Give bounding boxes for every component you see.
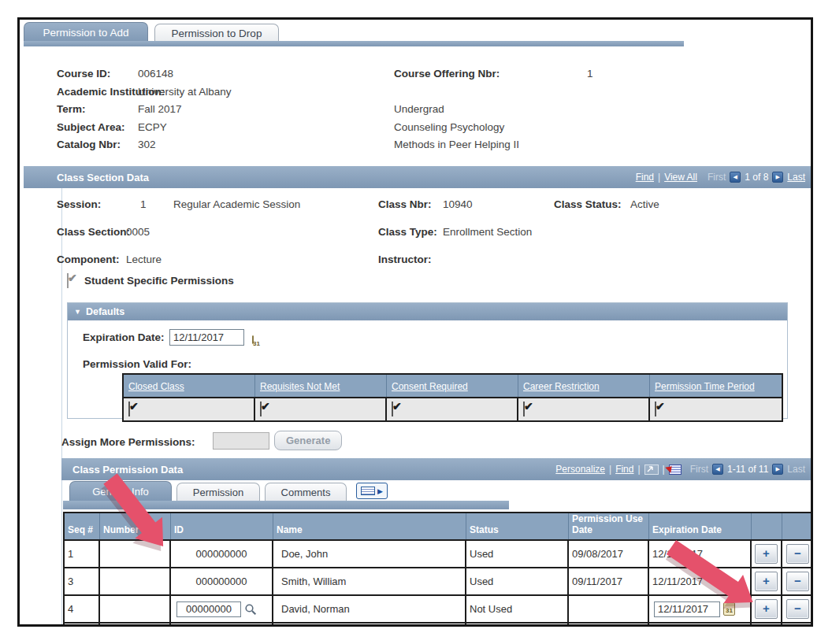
page-position: 1 of 8 xyxy=(745,172,768,183)
col-number: Number xyxy=(100,513,171,539)
calendar-icon[interactable] xyxy=(252,335,254,344)
defaults-title: Defaults xyxy=(86,306,124,317)
show-all-columns-icon[interactable]: ▶ xyxy=(356,483,388,499)
term-label: Term: xyxy=(57,103,86,115)
permission-valid-for-table: Closed Class Requisites Not Met Consent … xyxy=(122,373,783,422)
download-grid-icon[interactable] xyxy=(669,464,682,475)
status-cell: Used xyxy=(466,539,569,567)
first-link-disabled: First xyxy=(708,172,726,183)
col-seq: Seq # xyxy=(65,513,100,539)
assign-more-permissions-label: Assign More Permissions: xyxy=(61,436,195,448)
prev-icon[interactable] xyxy=(730,172,741,183)
find-link[interactable]: Find xyxy=(636,172,654,183)
tab-label: Permission to Drop xyxy=(172,28,262,39)
delete-row-button[interactable]: − xyxy=(786,572,809,591)
instructor-label: Instructor: xyxy=(378,254,432,265)
id-cell: 000000000 xyxy=(171,539,273,567)
rows-position: 1-11 of 11 xyxy=(727,464,768,475)
use-date-cell: 09/08/2017 xyxy=(569,539,649,567)
permission-time-period-checkbox[interactable] xyxy=(655,402,656,416)
subtab-comments[interactable]: Comments xyxy=(265,483,347,501)
id-input[interactable] xyxy=(176,601,241,617)
status-cell: Not Used xyxy=(466,594,569,622)
next-icon[interactable] xyxy=(772,464,783,475)
defaults-header-bar[interactable]: ▼ Defaults xyxy=(68,303,787,320)
subject-area-value: ECPY xyxy=(138,121,167,133)
class-status-label: Class Status: xyxy=(554,198,622,210)
subtab-general-info[interactable]: General Info xyxy=(69,481,172,501)
subtab-label: Comments xyxy=(281,487,331,498)
academic-institution-value: University at Albany xyxy=(138,86,232,98)
zoom-window-icon[interactable] xyxy=(644,464,659,475)
student-specific-permissions-checkbox xyxy=(67,273,69,288)
last-link[interactable]: Last xyxy=(787,172,805,183)
assign-count-input xyxy=(213,432,269,450)
class-type-label: Class Type: xyxy=(378,226,437,238)
add-row-button[interactable]: + xyxy=(755,572,778,591)
class-status-value: Active xyxy=(630,198,659,210)
status-cell: Used xyxy=(466,567,569,594)
add-row-button[interactable]: + xyxy=(755,544,778,564)
valid-for-checkbox-row xyxy=(124,398,782,420)
view-all-link[interactable]: View All xyxy=(664,172,697,183)
subtab-permission[interactable]: Permission xyxy=(176,483,260,501)
name-cell: Smith, William xyxy=(273,567,466,594)
next-icon[interactable] xyxy=(772,172,783,183)
closed-class-checkbox[interactable] xyxy=(128,402,130,416)
personalize-link[interactable]: Personalize xyxy=(555,464,605,475)
add-row-button[interactable]: + xyxy=(755,599,778,619)
delete-row-button[interactable]: − xyxy=(786,544,809,564)
component-value: Lecture xyxy=(126,254,162,265)
id-cell: 000000000 xyxy=(171,567,273,594)
exp-date-cell: 12/11/2017 xyxy=(649,567,752,594)
seq-cell: 3 xyxy=(65,567,100,594)
delete-row-button[interactable]: − xyxy=(786,599,809,619)
session-value: 1 xyxy=(140,198,147,210)
permission-valid-for-label: Permission Valid For: xyxy=(83,358,191,370)
subtab-underline-bar xyxy=(63,501,509,509)
col-name: Name xyxy=(273,513,466,539)
table-row: 3 000000000 Smith, William Used 09/11/20… xyxy=(65,567,813,594)
requisites-not-met-link[interactable]: Requisites Not Met xyxy=(260,381,340,392)
session-desc: Regular Academic Session xyxy=(173,198,300,210)
career-restriction-link[interactable]: Career Restriction xyxy=(523,381,600,392)
calendar-icon[interactable] xyxy=(723,602,735,616)
first-link-disabled: First xyxy=(690,464,708,475)
class-nbr-value: 10940 xyxy=(443,198,473,210)
valid-for-header-row: Closed Class Requisites Not Met Consent … xyxy=(124,375,782,398)
col-use-date: Permission Use Date xyxy=(569,513,649,539)
col-id: ID xyxy=(171,513,273,539)
subtab-label: General Info xyxy=(92,486,149,498)
consent-required-checkbox[interactable] xyxy=(392,402,393,416)
lookup-magnifier-icon[interactable] xyxy=(244,603,257,616)
class-section-data-bar: Class Section Data Find | View All First… xyxy=(24,166,812,188)
permission-time-period-link[interactable]: Permission Time Period xyxy=(655,381,755,392)
prev-icon[interactable] xyxy=(712,464,723,475)
tab-permission-to-add[interactable]: Permission to Add xyxy=(24,22,148,42)
catalog-nbr-label: Catalog Nbr: xyxy=(57,139,121,150)
subtab-label: Permission xyxy=(193,487,243,498)
closed-class-link[interactable]: Closed Class xyxy=(128,381,184,392)
class-permission-data-title: Class Permission Data xyxy=(61,464,183,476)
consent-required-link[interactable]: Consent Required xyxy=(392,381,468,392)
career-restriction-checkbox[interactable] xyxy=(523,402,525,416)
course-offering-nbr-value: 1 xyxy=(587,68,593,80)
expiration-date-input[interactable] xyxy=(169,329,244,346)
subject-desc-value: Counseling Psychology xyxy=(394,121,504,133)
course-title-value: Methods in Peer Helping II xyxy=(394,139,519,150)
course-id-label: Course ID: xyxy=(57,68,110,80)
class-section-label: Class Section: xyxy=(57,226,130,238)
find-link[interactable]: Find xyxy=(615,464,633,475)
tab-permission-to-drop[interactable]: Permission to Drop xyxy=(154,24,279,42)
course-id-value: 006148 xyxy=(138,68,173,80)
screenshot-page: Permission to Add Permission to Drop Cou… xyxy=(0,0,832,644)
name-cell: Doe, John xyxy=(273,539,466,567)
number-cell xyxy=(100,594,171,622)
expiration-date-input[interactable] xyxy=(654,601,720,617)
exp-date-cell: 12/11/2017 xyxy=(649,539,752,567)
requisites-not-met-checkbox[interactable] xyxy=(260,402,262,416)
collapse-icon[interactable]: ▼ xyxy=(74,308,81,316)
class-type-value: Enrollment Section xyxy=(443,226,532,238)
term-value: Fall 2017 xyxy=(138,103,182,115)
tab-label: Permission to Add xyxy=(43,27,129,39)
